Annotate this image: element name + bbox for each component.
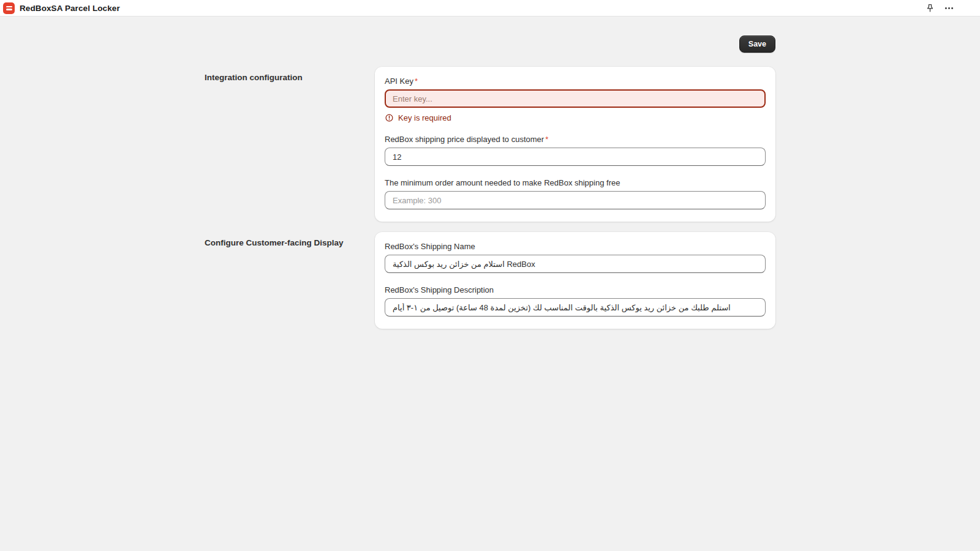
page-actions: Save — [205, 36, 775, 53]
logo-bar — [6, 9, 12, 10]
api-key-input[interactable] — [385, 89, 766, 108]
required-asterisk: * — [415, 77, 418, 86]
min-free-amount-input[interactable] — [385, 191, 766, 209]
api-key-label-text: API Key — [385, 77, 413, 86]
shipping-price-field-group: RedBox shipping price displayed to custo… — [385, 135, 766, 166]
required-asterisk: * — [545, 135, 548, 144]
section-customer-facing-display: Configure Customer-facing Display RedBox… — [205, 232, 775, 329]
alert-circle-icon — [385, 113, 394, 122]
topbar-actions — [924, 2, 956, 15]
shipping-name-field-group: RedBox's Shipping Name — [385, 242, 766, 273]
integration-card: API Key* Key is required RedBox shipping… — [375, 67, 775, 222]
api-key-field-group: API Key* Key is required — [385, 77, 766, 122]
display-card: RedBox's Shipping Name RedBox's Shipping… — [375, 232, 775, 329]
section-annotation: Integration configuration — [205, 67, 375, 222]
section-heading: Configure Customer-facing Display — [205, 238, 363, 247]
shipping-price-label-text: RedBox shipping price displayed to custo… — [385, 135, 544, 144]
shipping-description-input[interactable] — [385, 298, 766, 317]
topbar-app-identity: RedBoxSA Parcel Locker — [3, 2, 120, 14]
redbox-app-logo-icon — [3, 2, 15, 14]
save-button[interactable]: Save — [739, 36, 775, 53]
shipping-description-field-group: RedBox's Shipping Description — [385, 285, 766, 317]
logo-bar — [6, 6, 12, 8]
section-annotation: Configure Customer-facing Display — [205, 232, 375, 329]
pin-icon — [925, 3, 935, 13]
shipping-price-label: RedBox shipping price displayed to custo… — [385, 135, 766, 144]
api-key-error: Key is required — [385, 113, 766, 122]
section-integration-configuration: Integration configuration API Key* Key i… — [205, 67, 775, 222]
section-heading: Integration configuration — [205, 73, 363, 82]
min-free-amount-label: The minimum order amount needed to make … — [385, 178, 766, 187]
more-actions-button[interactable] — [943, 2, 956, 15]
min-free-amount-field-group: The minimum order amount needed to make … — [385, 178, 766, 209]
api-key-label: API Key* — [385, 77, 766, 86]
topbar: RedBoxSA Parcel Locker — [0, 0, 980, 17]
error-message: Key is required — [398, 113, 451, 122]
shipping-name-label: RedBox's Shipping Name — [385, 242, 766, 251]
app-title: RedBoxSA Parcel Locker — [20, 4, 120, 13]
shipping-name-input[interactable] — [385, 255, 766, 273]
settings-page: Save Integration configuration API Key* … — [205, 36, 775, 329]
horizontal-dots-icon — [944, 3, 954, 13]
shipping-price-input[interactable] — [385, 148, 766, 166]
shipping-description-label: RedBox's Shipping Description — [385, 285, 766, 294]
pin-button[interactable] — [924, 2, 937, 15]
